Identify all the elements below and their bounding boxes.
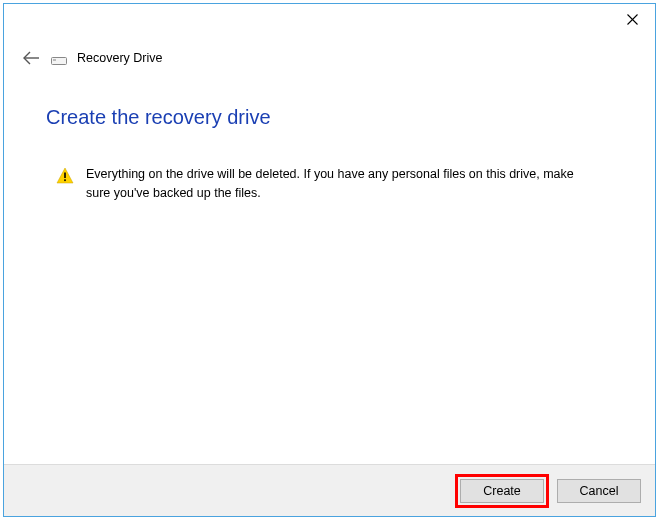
page-heading: Create the recovery drive (46, 106, 613, 129)
warning-row: Everything on the drive will be deleted.… (46, 165, 613, 203)
drive-icon (51, 52, 67, 64)
footer-bar: Create Cancel (4, 464, 655, 516)
close-icon (627, 14, 638, 25)
titlebar (4, 4, 655, 38)
svg-rect-4 (53, 59, 56, 61)
app-title: Recovery Drive (77, 51, 162, 65)
close-button[interactable] (609, 4, 655, 34)
header-row: Recovery Drive (4, 38, 655, 68)
warning-icon (56, 167, 74, 185)
svg-rect-6 (64, 173, 66, 179)
warning-text: Everything on the drive will be deleted.… (86, 165, 586, 203)
cancel-button[interactable]: Cancel (557, 479, 641, 503)
back-arrow-icon (22, 51, 40, 65)
create-button-highlight: Create (455, 474, 549, 508)
svg-rect-7 (64, 179, 66, 181)
back-button[interactable] (21, 48, 41, 68)
recovery-drive-window: Recovery Drive Create the recovery drive… (3, 3, 656, 517)
create-button[interactable]: Create (460, 479, 544, 503)
content-area: Create the recovery drive Everything on … (4, 68, 655, 464)
